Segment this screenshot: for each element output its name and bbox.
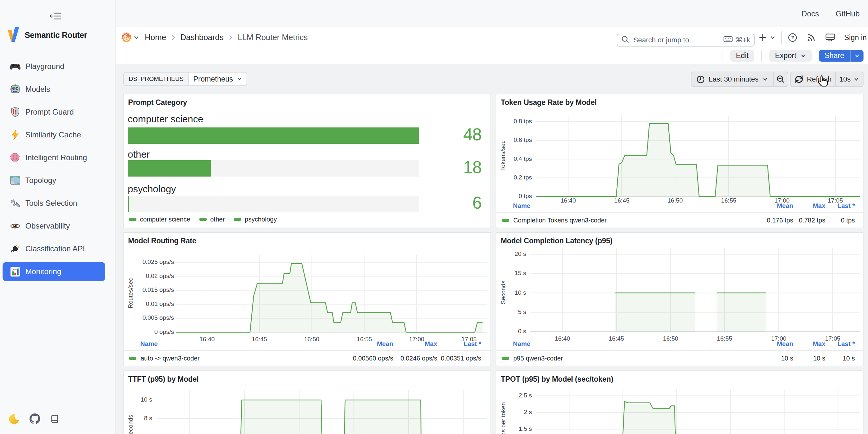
panel-title: Prompt Category — [128, 98, 187, 107]
docs-link[interactable]: Docs — [802, 9, 819, 18]
app-header-links: Docs GitHub — [802, 0, 860, 27]
book-icon[interactable] — [51, 414, 59, 424]
sidebar-item-prompt-guard[interactable]: Prompt Guard — [3, 100, 105, 123]
share-button[interactable]: Share — [819, 50, 850, 62]
legend-header-row: NameMeanMaxLast * — [124, 340, 491, 348]
legend-value: 0.176 tps — [761, 217, 793, 224]
topnav-actions: ? Sign in — [758, 28, 867, 47]
sidebar-item-tools-selection[interactable]: Tools Selection — [3, 192, 105, 214]
zoom-out-button[interactable] — [773, 72, 788, 86]
edit-button[interactable]: Edit — [730, 50, 755, 62]
legend-series-name[interactable]: auto -> qwen3-coder — [129, 355, 349, 362]
sidebar-item-label: Classification API — [25, 244, 85, 253]
legend-header[interactable]: Last * — [825, 202, 855, 210]
sidebar-item-intelligent-routing[interactable]: Intelligent Routing — [3, 146, 105, 169]
legend-value: 10 s — [825, 355, 855, 362]
sidebar-item-models[interactable]: Models — [3, 78, 105, 100]
chevron-right-icon — [170, 34, 176, 41]
eye-icon — [10, 220, 21, 231]
add-button[interactable] — [758, 33, 776, 42]
export-button[interactable]: Export — [769, 50, 811, 62]
legend-header-name[interactable]: Name — [513, 340, 761, 348]
sidebar-item-observability[interactable]: Observability — [3, 214, 105, 237]
bar-fill — [128, 127, 419, 144]
sidebar-item-label: Monitoring — [25, 267, 61, 276]
bar-track — [128, 127, 419, 144]
sidebar-item-similarity-cache[interactable]: Similarity Cache — [3, 123, 105, 146]
legend-header[interactable]: Last * — [825, 340, 855, 348]
chevron-right-icon — [228, 34, 234, 41]
bar-category-label: computer science — [128, 114, 203, 125]
y-tick-label: 1.5 s — [496, 425, 532, 432]
keyboard-icon — [723, 35, 733, 45]
map-icon — [10, 175, 21, 186]
news-rss-icon[interactable] — [806, 33, 816, 42]
refresh-button[interactable]: Refresh — [790, 72, 835, 86]
legend-header[interactable]: Mean — [761, 340, 793, 348]
breadcrumb-dashboards[interactable]: Dashboards — [180, 33, 224, 42]
sidebar: Semantic Router Playground Models Prompt… — [0, 0, 116, 434]
grafana-logo-icon[interactable] — [121, 32, 132, 43]
legend-header[interactable]: Max — [793, 202, 825, 210]
sidebar-logo-row[interactable]: Semantic Router — [7, 27, 87, 43]
panel-model-completion-latency: Model Completion Latency (p95)Seconds0 s… — [496, 232, 864, 366]
legend-header-name[interactable]: Name — [513, 202, 761, 210]
chevron-down-icon — [800, 53, 806, 59]
collapse-sidebar-button[interactable] — [48, 10, 62, 23]
legend-value: 0.782 tps — [793, 217, 825, 224]
y-tick-label: 0.2 tps — [496, 174, 532, 181]
legend-item[interactable]: other — [199, 216, 225, 223]
breadcrumb-home[interactable]: Home — [145, 33, 166, 42]
chart-ttft[interactable] — [124, 371, 491, 434]
time-range-button[interactable]: Last 30 minutes — [691, 72, 773, 86]
search-icon — [621, 35, 629, 45]
y-tick-label: 0.015 ops/s — [135, 286, 174, 293]
legend-header-row: NameMeanMaxLast * — [496, 202, 863, 210]
legend: computer scienceotherpsychology — [129, 216, 277, 223]
legend-series-color — [129, 357, 136, 360]
sidebar-menu: Playground Models Prompt Guard Similarit… — [3, 55, 105, 283]
sidebar-item-monitoring[interactable]: Monitoring — [3, 262, 105, 281]
legend-value: 0.00351 ops/s — [437, 355, 481, 362]
datasource-select[interactable]: Prometheus — [189, 72, 247, 86]
legend-value: 10 s — [793, 355, 825, 362]
bar-category-label: other — [128, 149, 150, 160]
chevron-down-icon — [763, 76, 768, 82]
bar-value: 48 — [417, 125, 482, 144]
legend-value: 0.0246 ops/s — [393, 355, 437, 362]
bar-chart-icon — [10, 266, 21, 277]
legend-series-name[interactable]: p95 qwen3-coder — [502, 355, 761, 362]
legend-header[interactable]: Mean — [349, 340, 393, 348]
signin-button[interactable]: Sign in — [844, 33, 867, 42]
dashboard-toolbar: Edit Export Share — [116, 48, 868, 64]
share-menu-button[interactable] — [850, 50, 864, 62]
search-input[interactable]: Search or jump to... ⌘+k — [617, 34, 755, 46]
moon-icon[interactable] — [9, 414, 19, 424]
chart-tpot[interactable] — [496, 371, 863, 434]
monitor-icon[interactable] — [825, 33, 835, 42]
legend-item[interactable]: computer science — [129, 216, 190, 223]
legend-series-name[interactable]: Completion Tokens qwen3-coder — [502, 217, 761, 224]
legend-header[interactable]: Last * — [437, 340, 481, 348]
legend-header[interactable]: Max — [793, 340, 825, 348]
github-link[interactable]: GitHub — [836, 9, 860, 18]
y-tick-label: 8 s — [123, 415, 152, 422]
legend-header-row: NameMeanMaxLast * — [496, 340, 863, 348]
y-tick-label: 0 tps — [496, 193, 532, 200]
github-icon[interactable] — [30, 413, 40, 424]
sidebar-item-topology[interactable]: Topology — [3, 169, 105, 192]
grafana-logo-caret-icon[interactable] — [133, 34, 140, 41]
sidebar-item-label: Models — [25, 85, 50, 94]
refresh-interval-select[interactable]: 10s — [835, 72, 863, 86]
sidebar-item-classification-api[interactable]: Classification API — [3, 237, 105, 260]
legend-header[interactable]: Mean — [761, 202, 793, 210]
legend-header[interactable]: Max — [393, 340, 437, 348]
help-icon[interactable]: ? — [788, 33, 797, 42]
legend-item[interactable]: psychology — [234, 216, 277, 223]
sidebar-item-playground[interactable]: Playground — [3, 55, 105, 78]
dashboard-canvas: DS_PROMETHEUS Prometheus Last 30 minutes — [116, 64, 868, 434]
legend-row: p95 qwen3-coder10 s10 s10 s — [496, 350, 863, 366]
bar-track — [128, 196, 419, 212]
legend-header-name[interactable]: Name — [140, 340, 349, 348]
plug-icon — [10, 243, 21, 254]
